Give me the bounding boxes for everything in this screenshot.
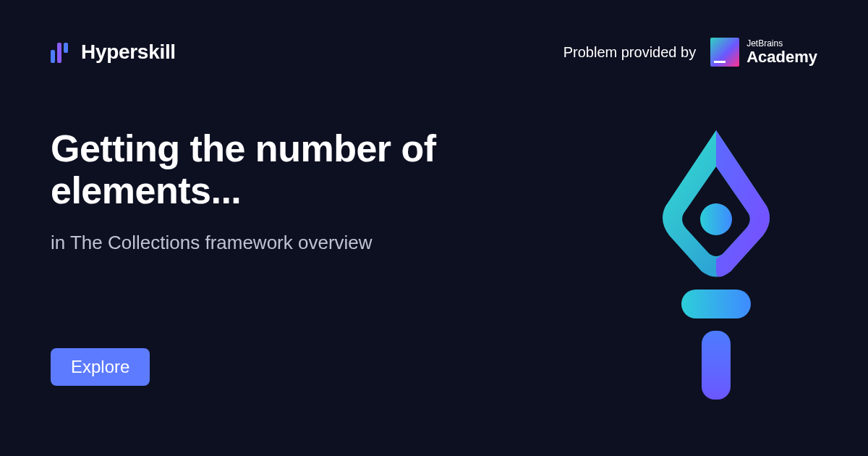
- explore-button[interactable]: Explore: [51, 348, 150, 386]
- hyperskill-logo[interactable]: Hyperskill: [51, 41, 176, 64]
- svg-point-0: [700, 203, 732, 235]
- text-block: Getting the number of elements... in The…: [51, 127, 542, 386]
- svg-rect-2: [702, 331, 731, 400]
- jetbrains-academy-logo[interactable]: JetBrains Academy: [710, 38, 817, 67]
- hyperskill-icon: [51, 41, 72, 63]
- provided-by-label: Problem provided by: [563, 44, 696, 61]
- page-title: Getting the number of elements...: [51, 127, 542, 211]
- pen-nib-icon: [644, 127, 788, 402]
- jetbrains-text: JetBrains Academy: [746, 39, 817, 65]
- hyperskill-brand-text: Hyperskill: [81, 41, 176, 64]
- jetbrains-small-text: JetBrains: [746, 39, 817, 48]
- page-subtitle: in The Collections framework overview: [51, 232, 542, 254]
- header: Hyperskill Problem provided by JetBrains…: [0, 0, 868, 67]
- provider-block: Problem provided by JetBrains Academy: [563, 38, 817, 67]
- svg-rect-1: [681, 290, 751, 318]
- jetbrains-icon: [710, 38, 739, 67]
- jetbrains-big-text: Academy: [746, 48, 817, 65]
